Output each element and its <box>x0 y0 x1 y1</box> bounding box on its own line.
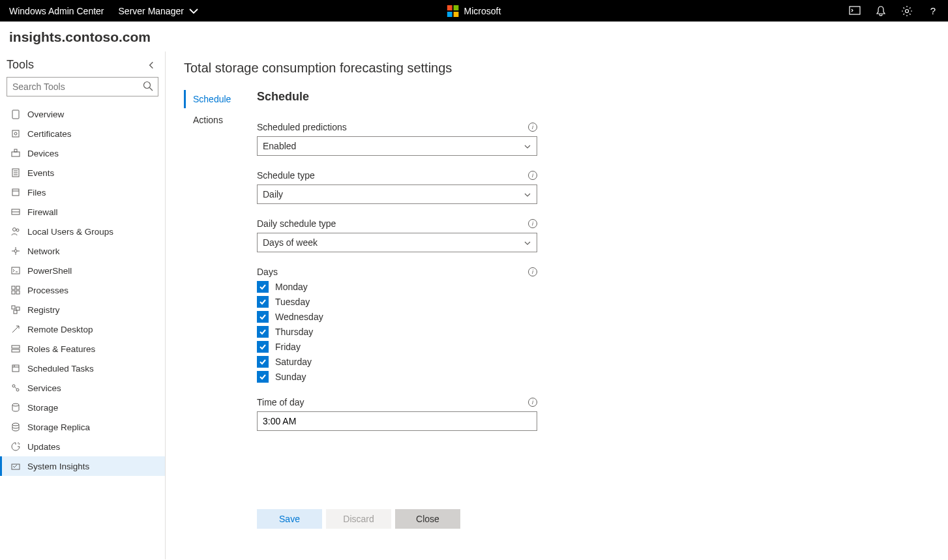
sidebar-item-services[interactable]: Services <box>0 378 165 398</box>
svg-rect-21 <box>12 291 15 294</box>
save-button[interactable]: Save <box>257 509 322 529</box>
day-label: Sunday <box>275 372 306 382</box>
sidebar-item-storage-replica[interactable]: Storage Replica <box>0 417 165 437</box>
checkbox-icon[interactable] <box>257 311 269 323</box>
svg-point-10 <box>14 132 17 135</box>
tool-icon <box>10 148 21 158</box>
page-title: Total storage consumption forecasting se… <box>184 61 930 76</box>
sidebar-item-label: Events <box>27 168 54 178</box>
checkbox-icon[interactable] <box>257 371 269 383</box>
checkbox-icon[interactable] <box>257 281 269 293</box>
svg-rect-19 <box>12 286 15 289</box>
tool-icon <box>10 207 21 217</box>
host-title: insights.contoso.com <box>0 22 948 52</box>
close-button[interactable]: Close <box>395 509 460 529</box>
gear-icon[interactable] <box>901 5 913 17</box>
info-icon[interactable]: i <box>528 267 537 276</box>
app-title: Windows Admin Center <box>9 6 104 16</box>
sidebar-item-firewall[interactable]: Firewall <box>0 202 165 222</box>
sidebar-item-label: Scheduled Tasks <box>27 364 94 374</box>
svg-rect-18 <box>12 267 20 274</box>
sidebar-item-certificates[interactable]: Certificates <box>0 124 165 143</box>
checkbox-icon[interactable] <box>257 356 269 368</box>
sidebar-item-roles-features[interactable]: Roles & Features <box>0 339 165 359</box>
sidebar-item-overview[interactable]: Overview <box>0 104 165 124</box>
svg-rect-22 <box>16 291 20 294</box>
day-label: Saturday <box>275 357 312 367</box>
context-dropdown[interactable]: Server Manager <box>119 5 200 17</box>
sidebar-item-label: Local Users & Groups <box>27 227 113 237</box>
sidebar-item-label: Processes <box>27 286 68 295</box>
day-label: Friday <box>275 342 301 352</box>
day-checkbox-monday[interactable]: Monday <box>257 281 537 293</box>
notifications-icon[interactable] <box>875 5 887 17</box>
svg-rect-24 <box>16 307 20 310</box>
checkbox-icon[interactable] <box>257 326 269 338</box>
tool-icon <box>10 128 21 139</box>
svg-rect-11 <box>12 152 20 156</box>
schedule-type-label: Schedule type <box>257 170 315 181</box>
info-icon[interactable]: i <box>528 171 537 180</box>
scheduled-predictions-select[interactable]: Enabled <box>257 136 537 156</box>
info-icon[interactable]: i <box>528 219 537 228</box>
tool-icon <box>10 187 21 198</box>
sidebar-item-powershell[interactable]: PowerShell <box>0 261 165 280</box>
svg-rect-3 <box>454 12 459 17</box>
day-checkbox-sunday[interactable]: Sunday <box>257 371 537 383</box>
tool-icon <box>10 226 21 237</box>
svg-rect-33 <box>12 464 20 469</box>
sidebar-item-label: Updates <box>27 442 60 452</box>
day-checkbox-saturday[interactable]: Saturday <box>257 356 537 368</box>
svg-point-32 <box>12 423 19 426</box>
sidebar-item-label: Devices <box>27 149 59 158</box>
sidebar-item-local-users-groups[interactable]: Local Users & Groups <box>0 222 165 241</box>
sidebar-item-updates[interactable]: Updates <box>0 437 165 456</box>
daily-schedule-type-select[interactable]: Days of week <box>257 233 537 252</box>
sidebar-item-storage[interactable]: Storage <box>0 398 165 417</box>
time-of-day-input[interactable] <box>257 411 537 431</box>
time-of-day-label: Time of day <box>257 397 304 407</box>
sidebar-item-scheduled-tasks[interactable]: Scheduled Tasks <box>0 359 165 378</box>
sidebar-item-network[interactable]: Network <box>0 241 165 261</box>
sidebar-item-label: Firewall <box>27 207 58 217</box>
search-tools-input[interactable] <box>7 77 158 96</box>
collapse-sidebar-icon[interactable] <box>147 61 156 70</box>
tool-icon <box>10 363 21 374</box>
svg-rect-27 <box>12 349 20 352</box>
chevron-down-icon <box>524 239 531 246</box>
sidebar-item-events[interactable]: Events <box>0 163 165 183</box>
sidebar-item-remote-desktop[interactable]: Remote Desktop <box>0 319 165 339</box>
svg-rect-2 <box>447 12 452 17</box>
discard-button[interactable]: Discard <box>326 509 391 529</box>
scheduled-predictions-value: Enabled <box>263 141 296 151</box>
day-label: Tuesday <box>275 297 310 307</box>
sidebar-item-label: PowerShell <box>27 266 72 276</box>
svg-rect-0 <box>447 5 452 10</box>
day-checkbox-thursday[interactable]: Thursday <box>257 326 537 338</box>
svg-point-31 <box>12 404 19 406</box>
svg-rect-20 <box>16 286 20 289</box>
console-icon[interactable] <box>849 5 861 17</box>
info-icon[interactable]: i <box>528 398 537 407</box>
day-label: Wednesday <box>275 312 323 322</box>
info-icon[interactable]: i <box>528 123 537 132</box>
day-checkbox-friday[interactable]: Friday <box>257 341 537 353</box>
schedule-type-select[interactable]: Daily <box>257 184 537 204</box>
checkbox-icon[interactable] <box>257 296 269 308</box>
settings-nav-schedule[interactable]: Schedule <box>184 90 236 108</box>
help-icon[interactable]: ? <box>927 5 939 17</box>
sidebar-item-label: Storage <box>27 403 58 413</box>
settings-nav-actions[interactable]: Actions <box>184 111 236 129</box>
checkbox-icon[interactable] <box>257 341 269 353</box>
day-checkbox-tuesday[interactable]: Tuesday <box>257 296 537 308</box>
sidebar-item-processes[interactable]: Processes <box>0 280 165 300</box>
tool-icon <box>10 324 21 334</box>
sidebar-item-registry[interactable]: Registry <box>0 300 165 319</box>
sidebar-item-system-insights[interactable]: System Insights <box>0 456 165 476</box>
sidebar-item-files[interactable]: Files <box>0 183 165 202</box>
sidebar-item-label: Remote Desktop <box>27 325 93 334</box>
tool-icon <box>10 304 21 315</box>
day-checkbox-wednesday[interactable]: Wednesday <box>257 311 537 323</box>
sidebar-item-devices[interactable]: Devices <box>0 143 165 163</box>
svg-rect-4 <box>850 7 860 14</box>
